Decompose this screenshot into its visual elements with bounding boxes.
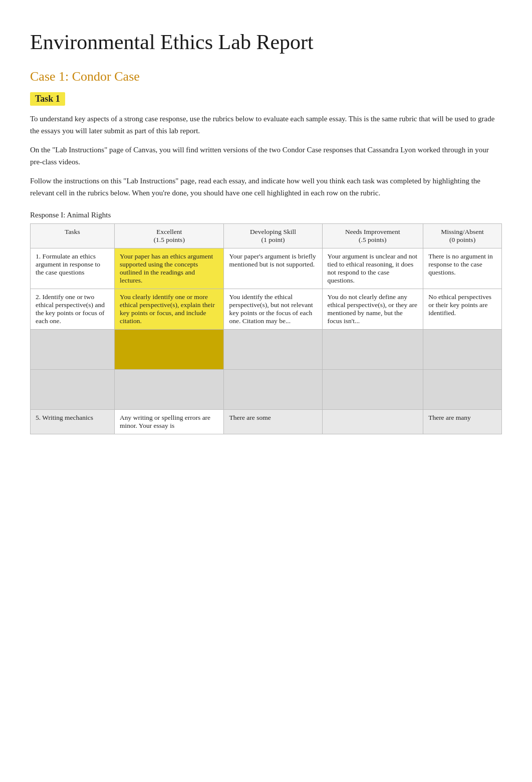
row2-task: 2. Identify one or two ethical perspecti… [31,289,115,330]
writing-missing[interactable]: There are many [423,410,502,434]
table-row-blurred-4 [31,370,502,410]
col-header-missing: Missing/Absent (0 points) [423,224,502,248]
table-row: 1. Formulate an ethics argument in respo… [31,248,502,289]
writing-excellent[interactable]: Any writing or spelling errors are minor… [115,410,224,434]
table-header-row: Tasks Excellent (1.5 points) Developing … [31,224,502,248]
row1-needs[interactable]: Your argument is unclear and not tied to… [322,248,423,289]
task-badge: Task 1 [30,92,65,106]
writing-needs[interactable] [322,410,423,434]
row1-missing[interactable]: There is no argument in response to the … [423,248,502,289]
page-title: Environmental Ethics Lab Report [30,30,502,54]
writing-developing[interactable]: There are some [224,410,322,434]
table-row-writing: 5. Writing mechanics Any writing or spel… [31,410,502,434]
table-row: 2. Identify one or two ethical perspecti… [31,289,502,330]
case-title: Case 1: Condor Case [30,69,502,84]
row1-developing[interactable]: Your paper's argument is briefly mention… [224,248,322,289]
response-label: Response I: Animal Rights [30,211,502,219]
row2-missing[interactable]: No ethical perspectives or their key poi… [423,289,502,330]
col-header-tasks: Tasks [31,224,115,248]
col-header-excellent: Excellent (1.5 points) [115,224,224,248]
row1-task: 1. Formulate an ethics argument in respo… [31,248,115,289]
col-header-developing: Developing Skill (1 point) [224,224,322,248]
row2-developing[interactable]: You identify the ethical perspective(s),… [224,289,322,330]
rubric-table: Tasks Excellent (1.5 points) Developing … [30,223,502,434]
table-row-blurred-3 [31,330,502,370]
col-header-needs: Needs Improvement (.5 points) [322,224,423,248]
row1-excellent[interactable]: Your paper has an ethics argument suppor… [115,248,224,289]
intro-paragraph-2: On the "Lab Instructions" page of Canvas… [30,144,502,168]
intro-paragraph-3: Follow the instructions on this "Lab Ins… [30,175,502,199]
row2-excellent[interactable]: You clearly identify one or more ethical… [115,289,224,330]
intro-paragraph-1: To understand key aspects of a strong ca… [30,113,502,137]
writing-task: 5. Writing mechanics [31,410,115,434]
row2-needs[interactable]: You do not clearly define any ethical pe… [322,289,423,330]
